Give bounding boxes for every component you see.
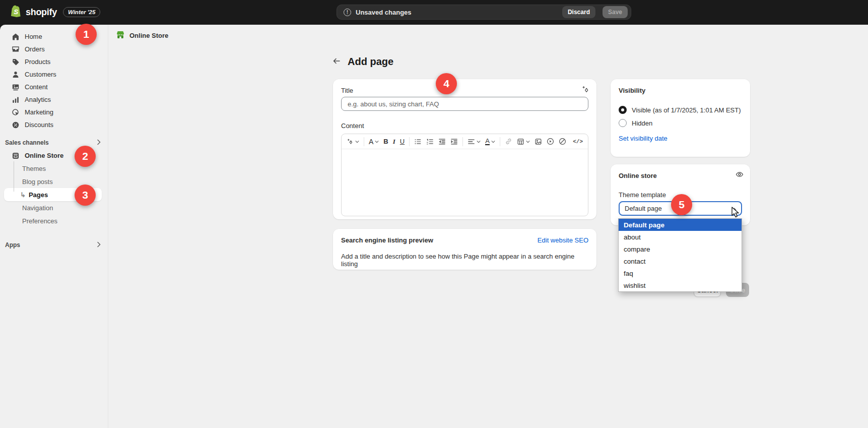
toolbar-divider [462,137,463,146]
visibility-card: Visibility Visible (as of 1/7/2025, 1:01… [611,79,750,157]
shopify-logo[interactable]: S shopify Winter '25 [10,5,100,20]
discard-button[interactable]: Discard [562,6,595,18]
image-button[interactable] [535,138,542,145]
annotation-badge-4: 4 [436,73,457,94]
eye-icon[interactable] [736,170,744,180]
orders-icon [11,45,20,53]
breadcrumb[interactable]: Online Store [116,30,168,41]
svg-text:S: S [14,8,18,16]
sidebar-item-analytics[interactable]: Analytics [4,93,102,106]
italic-letter: I [393,138,395,146]
chevron-right-icon [97,241,101,249]
ai-sparkle-button[interactable] [347,138,359,145]
sidebar-item-customers[interactable]: Customers [4,68,102,81]
breadcrumb-label: Online Store [129,32,168,39]
sidebar-item-label: Analytics [25,96,51,103]
workspace: Home Orders Products Customers Content [0,25,868,428]
seo-card: Search engine listing preview Edit websi… [333,229,596,270]
indent-button[interactable] [450,138,458,145]
table-button[interactable] [517,138,530,145]
sidebar-item-products[interactable]: Products [4,55,102,68]
content-icon [11,83,20,91]
radio-label: Visible (as of 1/7/2025, 1:01 AM EST) [632,106,741,114]
marketing-icon [11,108,20,116]
title-field-label: Title [341,87,588,94]
sparkle-icon[interactable] [581,85,590,96]
dropdown-option-about[interactable]: about [619,231,742,243]
back-arrow-icon[interactable] [332,56,341,68]
home-icon [11,32,20,41]
customers-icon [11,70,20,79]
italic-button[interactable]: I [393,138,395,146]
sidebar: Home Orders Products Customers Content [0,25,108,428]
products-icon [11,57,20,66]
dropdown-option-wishlist[interactable]: wishlist [619,279,742,291]
underline-button[interactable]: U [400,138,405,145]
sidebar-item-label: Discounts [25,121,53,129]
underline-letter: U [400,138,405,145]
analytics-icon [11,95,20,104]
video-button[interactable] [547,138,554,145]
sidebar-item-label: Products [25,58,50,66]
bold-letter: B [383,138,388,145]
code-view-button[interactable]: </> [573,139,583,145]
sales-channels-label: Sales channels [5,139,49,146]
dropdown-option-contact[interactable]: contact [619,255,742,267]
apps-label: Apps [5,241,20,249]
nav-tree-line [14,161,14,192]
title-input[interactable] [341,97,588,111]
mouse-cursor [730,207,741,221]
radio-unselected-icon[interactable] [619,119,627,127]
visibility-option-visible[interactable]: Visible (as of 1/7/2025, 1:01 AM EST) [619,106,742,114]
edit-website-seo-link[interactable]: Edit website SEO [538,236,588,244]
seo-card-title: Search engine listing preview [341,236,433,244]
visibility-option-hidden[interactable]: Hidden [619,119,742,127]
page-header: Add page [332,56,393,68]
shopify-wordmark: shopify [26,7,57,18]
content-field-label: Content [341,122,588,130]
seo-description: Add a title and description to see how t… [341,253,588,268]
dropdown-option-default-page[interactable]: Default page [619,219,742,231]
page-title: Add page [348,56,393,68]
annotation-badge-3: 3 [75,185,96,206]
theme-template-dropdown: Default page about compare contact faq w… [618,218,742,292]
alignment-button[interactable] [468,138,481,145]
clear-formatting-button[interactable] [559,138,566,145]
font-style-button[interactable]: A [369,138,379,146]
text-color-button[interactable]: A [485,138,495,145]
sidebar-item-marketing[interactable]: Marketing [4,106,102,118]
annotation-badge-5: 5 [671,194,692,215]
shopify-bag-icon: S [10,5,22,20]
toolbar-divider [500,137,500,146]
numbered-list-button[interactable] [426,138,434,145]
sidebar-item-label: Orders [25,45,45,53]
main-column: Title Content A [333,79,596,270]
sidebar-item-content[interactable]: Content [4,81,102,93]
radio-selected-icon[interactable] [619,106,627,114]
visibility-card-title: Visibility [619,87,742,94]
sidebar-item-discounts[interactable]: Discounts [4,118,102,131]
discounts-icon [11,120,20,129]
sidebar-item-label: Home [25,33,42,40]
link-button[interactable] [505,138,512,145]
sidebar-item-label: Navigation [22,204,53,212]
elbow-arrow-icon: ↳ [20,191,26,199]
dropdown-option-faq[interactable]: faq [619,267,742,279]
sidebar-item-label: Themes [22,165,46,172]
set-visibility-date-link[interactable]: Set visibility date [619,135,667,142]
annotation-badge-1: 1 [76,24,97,45]
apps-header[interactable]: Apps [5,240,101,250]
bullet-list-button[interactable] [414,138,422,145]
sidebar-item-label: Customers [25,71,56,78]
topbar: S shopify Winter '25 ! Unsaved changes D… [0,0,868,25]
dropdown-option-compare[interactable]: compare [619,243,742,255]
select-value: Default page [625,205,662,212]
alert-icon: ! [344,9,351,16]
rich-text-editor: A B I U [341,134,588,216]
sidebar-item-preferences[interactable]: Preferences [4,214,102,227]
sidebar-item-label: Blog posts [22,178,53,186]
save-button-top[interactable]: Save [603,6,628,18]
bold-button[interactable]: B [383,138,388,145]
outdent-button[interactable] [438,138,446,145]
title-card: Title Content A [333,79,596,219]
